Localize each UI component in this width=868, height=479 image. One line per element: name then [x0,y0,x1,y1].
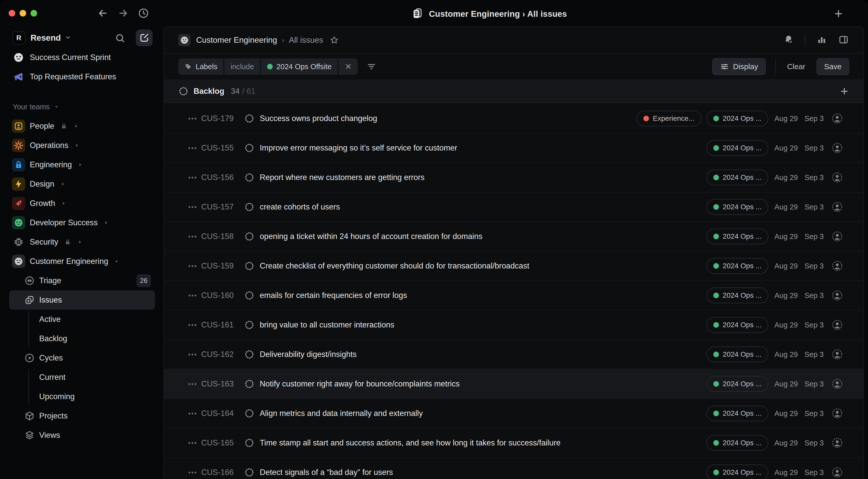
backlog-status-icon[interactable] [244,231,255,242]
breadcrumb-team[interactable]: Customer Engineering [196,35,277,45]
display-button[interactable]: Display [712,58,766,75]
priority-icon[interactable] [188,383,197,385]
backlog-status-icon[interactable] [244,290,255,301]
sidebar-team-developer-success[interactable]: Developer Success [0,213,163,232]
zoom-window-button[interactable] [31,10,37,17]
issue-row[interactable]: CUS-166Detect signals of a “bad day” for… [164,458,863,479]
priority-icon[interactable] [188,413,197,414]
label-chip[interactable]: 2024 Ops ... [707,140,769,156]
panel-right-toggle-icon[interactable] [838,34,849,46]
issue-title[interactable]: create cohorts of users [260,202,340,212]
issue-row[interactable]: CUS-159Create checklist of everything cu… [164,251,863,281]
label-chip[interactable]: 2024 Ops ... [707,169,769,185]
chevron-right-icon[interactable] [74,142,80,148]
your-teams-header[interactable]: Your teams [0,97,163,117]
chevron-right-icon[interactable] [73,123,79,129]
label-chip[interactable]: 2024 Ops ... [707,347,769,362]
issue-row[interactable]: CUS-158opening a ticket within 24 hours … [164,222,863,251]
chevron-right-icon[interactable] [60,181,66,187]
label-chip[interactable]: 2024 Ops ... [707,229,769,244]
priority-icon[interactable] [188,354,197,355]
issue-title[interactable]: Deliverability digest/insights [260,350,356,359]
sidebar-team-growth[interactable]: Growth [0,194,163,213]
issue-title[interactable]: Detect signals of a “bad day” for users [260,468,393,477]
sidebar-item-cycles[interactable]: Cycles [0,348,163,368]
assignee-avatar-icon[interactable] [831,319,843,331]
issue-title[interactable]: bring value to all customer interactions [260,320,394,329]
priority-icon[interactable] [188,472,197,473]
priority-icon[interactable] [188,147,197,149]
priority-icon[interactable] [188,442,197,444]
assignee-avatar-icon[interactable] [831,171,843,183]
sidebar-team-engineering[interactable]: Engineering [0,155,163,174]
sidebar-item-upcoming[interactable]: Upcoming [0,387,163,406]
issue-row[interactable]: CUS-164Align metrics and data internally… [164,399,863,428]
assignee-avatar-icon[interactable] [831,349,843,360]
assignee-avatar-icon[interactable] [831,378,843,390]
notifications-bell-icon[interactable] [783,34,794,46]
priority-icon[interactable] [188,118,197,120]
issue-row[interactable]: CUS-161bring value to all customer inter… [164,311,863,340]
sidebar-item-current[interactable]: Current [0,368,163,387]
sidebar-item-triage[interactable]: Triage 26 [0,271,163,290]
assignee-avatar-icon[interactable] [831,113,843,124]
assignee-avatar-icon[interactable] [831,231,843,242]
backlog-status-icon[interactable] [244,379,255,389]
chevron-down-icon[interactable] [64,34,71,42]
assignee-avatar-icon[interactable] [831,467,843,478]
workspace-name[interactable]: Resend [31,33,61,43]
backlog-status-icon[interactable] [244,113,255,124]
sidebar-item-backlog[interactable]: Backlog [0,329,163,348]
favorite-star-icon[interactable] [330,35,339,45]
sidebar-team-people[interactable]: People [0,117,163,136]
assignee-avatar-icon[interactable] [831,201,843,213]
chevron-down-icon[interactable] [114,259,119,264]
issue-row[interactable]: CUS-163Notify customer right away for bo… [164,370,863,399]
label-chip[interactable]: 2024 Ops ... [707,406,769,421]
issue-row[interactable]: CUS-160emails for certain frequencies of… [164,281,863,311]
section-name[interactable]: Backlog [194,87,224,96]
label-chip[interactable]: 2024 Ops ... [707,288,769,303]
sidebar-item-views[interactable]: Views [0,425,163,445]
priority-icon[interactable] [188,236,197,237]
label-chip[interactable]: 2024 Ops ... [707,317,769,333]
label-chip[interactable]: 2024 Ops ... [707,435,769,451]
filter-value[interactable]: 2024 Ops Offsite [261,59,338,75]
add-filter-icon[interactable] [366,62,376,72]
search-icon[interactable] [114,32,127,45]
sidebar-item-active[interactable]: Active [0,310,163,329]
issue-row[interactable]: CUS-165Time stamp all start and success … [164,428,863,458]
issue-title[interactable]: Notify customer right away for bounce/co… [260,379,460,388]
workspace-logo[interactable]: R [12,31,25,44]
assignee-avatar-icon[interactable] [831,290,843,301]
chevron-right-icon[interactable] [78,162,83,167]
backlog-status-icon[interactable] [244,142,255,153]
priority-icon[interactable] [188,265,197,267]
issue-title[interactable]: Success owns product changelog [260,114,377,123]
issue-row[interactable]: CUS-179Success owns product changelogExp… [164,104,863,133]
sidebar-item-projects[interactable]: Projects [0,406,163,425]
add-issue-plus-icon[interactable] [839,87,849,96]
clear-button[interactable]: Clear [787,62,805,71]
new-tab-plus-icon[interactable] [831,7,846,21]
sidebar-team-operations[interactable]: Operations [0,136,163,155]
sidebar-team-design[interactable]: Design [0,174,163,194]
filter-field[interactable]: Labels [178,59,223,75]
issue-row[interactable]: CUS-162Deliverability digest/insights202… [164,340,863,370]
issue-title[interactable]: Report where new customers are getting e… [260,173,425,182]
priority-icon[interactable] [188,206,197,208]
sidebar-item-issues[interactable]: Issues [9,290,155,310]
chevron-right-icon[interactable] [77,239,83,245]
issue-title[interactable]: opening a ticket within 24 hours of acco… [260,232,482,241]
backlog-status-icon[interactable] [244,408,255,419]
assignee-avatar-icon[interactable] [831,142,843,154]
backlog-status-icon[interactable] [244,172,255,183]
minimize-window-button[interactable] [20,10,26,17]
assignee-avatar-icon[interactable] [831,408,843,419]
forward-arrow-icon[interactable] [117,7,129,19]
issue-row[interactable]: CUS-157create cohorts of users2024 Ops .… [164,192,863,222]
label-chip[interactable]: 2024 Ops ... [707,199,769,215]
filter-remove-button[interactable]: ✕ [339,59,358,75]
back-arrow-icon[interactable] [97,7,109,19]
priority-icon[interactable] [188,295,197,296]
